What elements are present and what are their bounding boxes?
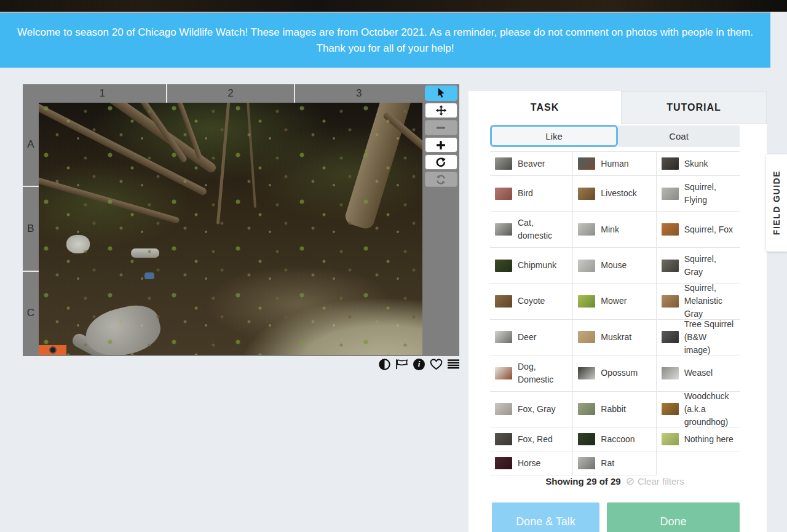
choice-thumbnail — [662, 157, 679, 170]
choice-thumbnail — [578, 223, 595, 236]
choice-cat-domestic[interactable]: Cat, domestic — [490, 212, 573, 247]
choice-squirrel-melanistic-gray[interactable]: Squirrel, Melanistic Gray — [657, 284, 740, 319]
choice-woodchuck-a-k-a-groundhog[interactable]: Woodchuck (a.k.a groundhog) — [657, 392, 740, 427]
choice-label: Human — [601, 157, 628, 170]
squirrel-shape — [81, 300, 165, 355]
favorite-button[interactable] — [430, 359, 443, 370]
choice-mouse[interactable]: Mouse — [573, 248, 656, 284]
branch-shape — [84, 103, 188, 164]
branch-shape — [39, 167, 180, 224]
choice-squirrel-flying[interactable]: Squirrel, Flying — [657, 176, 740, 212]
info-icon: i — [413, 359, 425, 370]
plus-icon — [437, 141, 445, 149]
branch-shape — [145, 103, 202, 160]
choice-human[interactable]: Human — [573, 152, 656, 176]
choice-skunk[interactable]: Skunk — [657, 152, 740, 176]
field-guide-tab[interactable]: FIELD GUIDE — [766, 154, 787, 252]
choice-thumbnail — [495, 367, 512, 379]
choice-fox-red[interactable]: Fox, Red — [490, 427, 573, 451]
choice-squirrel-gray[interactable]: Squirrel, Gray — [657, 248, 740, 284]
choice-thumbnail — [495, 331, 512, 343]
choice-squirrel-fox[interactable]: Squirrel, Fox — [657, 212, 740, 247]
branch-shape — [382, 111, 422, 176]
choice-thumbnail — [495, 433, 512, 445]
tab-tutorial[interactable]: TUTORIAL — [621, 91, 767, 124]
choice-opossum[interactable]: Opossum — [573, 355, 656, 391]
choice-tree-squirrel-b-w-image[interactable]: Tree Squirrel (B&W image) — [657, 320, 740, 355]
tab-task[interactable]: TASK — [469, 91, 621, 124]
filter-coat-button[interactable]: Coat — [618, 125, 740, 147]
choice-bird[interactable]: Bird — [490, 176, 573, 212]
field-guide-label: FIELD GUIDE — [772, 170, 781, 235]
choice-rabbit[interactable]: Rabbit — [573, 392, 656, 427]
done-button[interactable]: Done — [607, 502, 740, 532]
filter-like-button[interactable]: Like — [490, 125, 618, 147]
announcement-text: Welcome to season 20 of Chicago Wildlife… — [9, 25, 762, 57]
choice-thumbnail — [495, 157, 512, 170]
choice-label: Horse — [518, 457, 540, 470]
choice-label: Mouse — [601, 259, 627, 272]
choice-label: Mink — [601, 223, 619, 236]
metadata-button[interactable] — [448, 359, 459, 369]
task-panel: TASK TUTORIAL Like Coat BeaverHumanSkunk… — [469, 91, 767, 532]
choice-dog-domestic[interactable]: Dog, Domestic — [490, 355, 573, 391]
choice-label: Squirrel, Flying — [684, 181, 735, 207]
bottle-shape — [131, 248, 159, 258]
choice-thumbnail — [662, 260, 679, 272]
litter-shape — [144, 272, 154, 279]
invert-colors-button[interactable] — [379, 359, 390, 370]
choice-weasel[interactable]: Weasel — [657, 355, 740, 391]
choice-thumbnail — [662, 295, 679, 308]
choice-raccoon[interactable]: Raccoon — [573, 427, 656, 451]
choice-nothing-here[interactable]: Nothing here — [657, 427, 740, 451]
choice-thumbnail — [495, 295, 512, 308]
zoom-in-tool-button[interactable] — [425, 137, 457, 153]
filter-status-row: Showing 29 of 29 ⊘ Clear filters — [490, 476, 740, 486]
choice-thumbnail — [578, 331, 595, 343]
choice-thumbnail — [495, 223, 512, 236]
choice-label: Fox, Gray — [518, 403, 555, 416]
column-label-3: 3 — [294, 84, 422, 103]
annotate-tool-button[interactable] — [425, 85, 457, 101]
classifier-page: Welcome to season 20 of Chicago Wildlife… — [0, 0, 787, 532]
clear-filters-button[interactable]: ⊘ Clear filters — [626, 476, 684, 486]
choice-label: Rabbit — [601, 403, 625, 416]
showing-count-label: Showing 29 of 29 — [545, 476, 621, 486]
column-ruler: 123 — [39, 84, 422, 103]
choice-label: Squirrel, Gray — [684, 253, 735, 279]
done-and-talk-button[interactable]: Done & Talk — [492, 502, 599, 532]
choice-thumbnail — [495, 457, 512, 469]
choice-thumbnail — [578, 433, 595, 445]
choice-livestock[interactable]: Livestock — [573, 176, 656, 212]
choice-rat[interactable]: Rat — [573, 451, 656, 475]
choice-label: Raccoon — [601, 433, 635, 446]
choice-fox-gray[interactable]: Fox, Gray — [490, 392, 573, 427]
move-tool-button[interactable] — [425, 103, 457, 118]
rotate-tool-button[interactable] — [425, 154, 457, 170]
choice-muskrat[interactable]: Muskrat — [573, 320, 656, 355]
choice-chipmunk[interactable]: Chipmunk — [490, 248, 573, 284]
choice-thumbnail — [662, 331, 679, 343]
choice-deer[interactable]: Deer — [490, 320, 573, 355]
subject-info-button[interactable]: i — [413, 359, 425, 370]
choice-label: Woodchuck (a.k.a groundhog) — [684, 390, 735, 429]
choice-label: Weasel — [684, 367, 713, 379]
subject-image[interactable] — [39, 103, 422, 355]
choice-coyote[interactable]: Coyote — [490, 284, 573, 319]
sapling-shape — [247, 103, 256, 208]
choice-label: Cat, domestic — [518, 216, 568, 242]
choice-mower[interactable]: Mower — [573, 284, 656, 319]
cursor-icon — [437, 88, 446, 98]
choice-label: Bird — [518, 187, 533, 200]
column-label-1: 1 — [39, 84, 166, 103]
choice-mink[interactable]: Mink — [573, 212, 656, 247]
move-icon — [436, 105, 446, 116]
choice-beaver[interactable]: Beaver — [490, 152, 573, 176]
flag-icon — [395, 359, 408, 370]
choice-horse[interactable]: Horse — [490, 451, 573, 475]
branch-shape — [39, 103, 218, 175]
choice-thumbnail — [578, 260, 595, 272]
flag-button[interactable] — [395, 359, 408, 370]
choice-thumbnail — [578, 188, 595, 200]
choice-label: Tree Squirrel (B&W image) — [684, 318, 735, 357]
